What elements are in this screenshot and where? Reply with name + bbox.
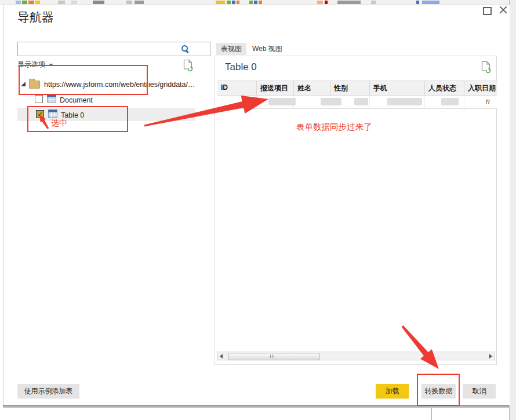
annotation-rect-url: [19, 65, 148, 95]
refresh-icon[interactable]: [183, 59, 194, 72]
annotation-sync-note: 表单数据同步过来了: [296, 122, 372, 133]
redacted-cell: [387, 98, 422, 105]
background-right-strip: [509, 0, 516, 420]
redacted-cell: [321, 98, 341, 105]
table-row: n: [217, 96, 497, 109]
search-icon[interactable]: [181, 45, 190, 53]
document-checkbox[interactable]: [35, 95, 43, 103]
scroll-right-icon[interactable]: [489, 354, 492, 359]
table-header-row: ID 报送项目 姓名 性别 手机 人员状态 入职日期: [217, 81, 497, 96]
redacted-cell: [268, 98, 296, 105]
column-header[interactable]: 手机: [370, 81, 425, 95]
close-icon[interactable]: [499, 5, 508, 14]
cancel-button[interactable]: 取消: [463, 384, 496, 399]
navigator-dialog-screen: 导航器 显示选项 https://www.jsform.com/web/entr…: [0, 0, 516, 420]
truncated-cell-value: n: [486, 97, 490, 105]
column-header[interactable]: 姓名: [294, 81, 330, 95]
table-icon: [47, 94, 56, 103]
column-header[interactable]: ID: [217, 81, 257, 95]
refresh-icon[interactable]: [481, 61, 492, 74]
annotation-selected-note: 选中: [51, 118, 67, 129]
annotation-rect-transform: [417, 374, 460, 406]
redacted-cell: [441, 98, 459, 105]
annotation-rect-table0: [27, 106, 128, 132]
column-header[interactable]: 报送项目: [257, 81, 294, 95]
maximize-icon[interactable]: [483, 7, 492, 15]
horizontal-scrollbar[interactable]: [217, 352, 495, 360]
scrollbar-thumb[interactable]: [228, 353, 319, 360]
redacted-cell: [354, 98, 368, 105]
preview-table: ID 报送项目 姓名 性别 手机 人员状态 入职日期 n: [217, 81, 497, 109]
tab-web-view[interactable]: Web 视图: [248, 43, 287, 55]
scroll-left-icon[interactable]: [220, 354, 223, 359]
column-header[interactable]: 入职日期: [464, 81, 497, 95]
background-divider-line: [431, 407, 432, 420]
add-table-examples-button[interactable]: 使用示例添加表: [17, 384, 79, 399]
preview-title: Table 0: [225, 61, 257, 73]
load-button[interactable]: 加载: [376, 384, 409, 399]
column-header[interactable]: 性别: [330, 81, 370, 95]
dialog-title: 导航器: [17, 9, 54, 25]
column-header[interactable]: 人员状态: [425, 81, 464, 95]
tab-table-view[interactable]: 表视图: [216, 43, 246, 55]
tree-item-label: Document: [60, 96, 93, 104]
